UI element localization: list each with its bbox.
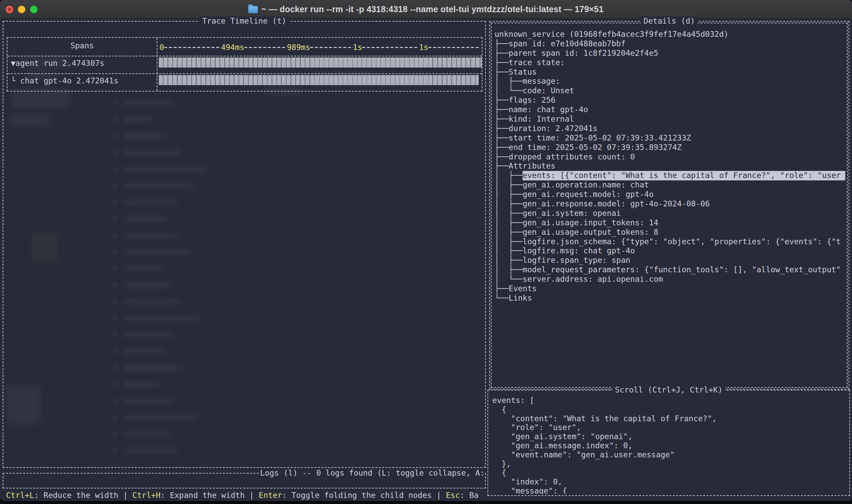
- logs-panel-title: Logs (l) -- 0 logs found (L: toggle coll…: [260, 469, 485, 477]
- details-tree-line[interactable]: ├──end time: 2025-05-02 07:39:35.893274Z: [494, 143, 845, 152]
- tree-branch-glyph: ├──: [494, 58, 509, 68]
- tree-node-text: server.address: api.openai.com: [523, 275, 663, 284]
- tree-node-text: trace state:: [509, 58, 565, 68]
- keybinding-key: Ctrl+H: [132, 491, 161, 500]
- tree-node-text: Links: [509, 293, 532, 303]
- scroll-json-line: {: [492, 468, 847, 477]
- tree-branch-glyph: │ ├──: [494, 180, 523, 190]
- scroll-json-line: "content": "What is the capital of Franc…: [492, 414, 847, 423]
- details-tree-line[interactable]: │ ├──gen_ai.operation.name: chat: [494, 180, 845, 190]
- tree-node-text: span id: e7e10d488eab7bbf: [509, 39, 626, 49]
- axis-tick-label: 1s: [353, 43, 362, 52]
- keybinding-description: : Ba: [460, 491, 478, 500]
- tree-node-text: Attributes: [509, 161, 556, 171]
- span-row-agent-run[interactable]: ▼agent run 2.474307s: [11, 59, 104, 68]
- details-tree-line[interactable]: ├──kind: Internal: [494, 114, 845, 124]
- span-bar-chat-gpt4o[interactable]: [159, 75, 479, 85]
- details-tree-line[interactable]: │ ├──gen_ai.system: openai: [494, 209, 845, 218]
- tree-node-text: code: Unset: [523, 86, 574, 95]
- folder-icon: [248, 6, 258, 13]
- keybinding-key: Enter: [259, 491, 282, 500]
- details-tree-line[interactable]: unknown_service (01968fefb4acec3f9fef17e…: [494, 30, 845, 39]
- tree-node-text: start time: 2025-05-02 07:39:33.421233Z: [509, 133, 691, 143]
- details-tree-line[interactable]: │ └──server.address: api.openai.com: [494, 275, 845, 284]
- details-tree-line[interactable]: │ ├──message:: [494, 77, 845, 86]
- tree-node-text: message:: [523, 77, 560, 86]
- scroll-json-line: "message": {: [492, 486, 847, 494]
- scroll-json-line: "gen_ai.message.index": 0,: [492, 441, 847, 450]
- details-tree-line[interactable]: │ ├──model_request_parameters: {"functio…: [494, 265, 845, 275]
- details-tree-line[interactable]: │ ├──gen_ai.response.model: gpt-4o-2024-…: [494, 199, 845, 209]
- details-tree-line[interactable]: ├──span id: e7e10d488eab7bbf: [494, 39, 845, 49]
- scroll-json-line: "event.name": "gen_ai.user.message": [492, 450, 847, 460]
- details-tree-line[interactable]: │ ├──gen_ai.usage.input_tokens: 14: [494, 218, 845, 228]
- terminal-window: ~ — docker run --rm -it -p 4318:4318 --n…: [0, 0, 852, 501]
- scroll-json-line: events: [: [492, 396, 847, 405]
- axis-tick-label: 989ms: [287, 43, 310, 52]
- tree-branch-glyph: │ └──: [494, 275, 523, 284]
- scroll-json-content[interactable]: events: [ { "content": "What is the capi…: [492, 396, 847, 494]
- details-panel-title: Details (d): [641, 17, 697, 25]
- tree-branch-glyph: │ ├──: [494, 246, 523, 256]
- tree-branch-glyph: ├──: [494, 49, 509, 58]
- details-tree-line[interactable]: ├──Attributes: [494, 161, 845, 171]
- tree-branch-glyph: │ ├──: [494, 209, 523, 218]
- details-tree-line[interactable]: ├──Status: [494, 68, 845, 77]
- spans-table-column-separator: [157, 38, 158, 91]
- span-bar-agent-run[interactable]: [159, 57, 482, 68]
- tree-node-text: gen_ai.system: openai: [523, 209, 621, 218]
- details-tree-line[interactable]: ├──Events: [494, 284, 845, 293]
- span-row-chat-gpt4o[interactable]: └ chat gpt-4o 2.472041s: [11, 76, 119, 85]
- axis-tick-label: 0: [160, 43, 164, 52]
- details-tree-line[interactable]: ├──duration: 2.472041s: [494, 124, 845, 133]
- details-tree: unknown_service (01968fefb4acec3f9fef17e…: [494, 30, 845, 385]
- tree-node-text: gen_ai.operation.name: chat: [523, 180, 649, 190]
- tree-branch-glyph: ├──: [494, 114, 509, 124]
- keybinding-key: Ctrl+L: [6, 491, 34, 500]
- axis-dash-segment: [310, 47, 353, 48]
- tree-node-text: gen_ai.request.model: gpt-4o: [523, 190, 654, 199]
- scroll-json-line: "gen_ai.system": "openai",: [492, 432, 847, 441]
- scroll-json-line: },: [492, 460, 847, 469]
- keybinding-key: Esc: [446, 491, 460, 500]
- tree-branch-glyph: ├──: [494, 133, 509, 143]
- details-tree-line-selected[interactable]: │ ├──events: [{"content": "What is the c…: [494, 171, 845, 180]
- scroll-panel[interactable]: Scroll (Ctrl+J, Ctrl+K) events: [ { "con…: [488, 390, 850, 496]
- spans-table: Spans 0494ms989ms1s1s ▼agent run 2.47430…: [7, 37, 483, 92]
- details-tree-line[interactable]: │ ├──logfire.span_type: span: [494, 256, 845, 265]
- details-tree-line[interactable]: ├──start time: 2025-05-02 07:39:33.42123…: [494, 133, 845, 143]
- keybinding-description: : Toggle folding the child nodes |: [282, 491, 446, 500]
- axis-tick-label: 494ms: [221, 43, 244, 52]
- tree-branch-glyph: ├──: [494, 68, 509, 77]
- tree-branch-glyph: ├──: [494, 161, 509, 171]
- tree-node-text: events: [{"content": "What is the capita…: [523, 171, 845, 180]
- details-panel[interactable]: Details (d) unknown_service (01968fefb4a…: [489, 21, 849, 390]
- details-tree-line[interactable]: │ ├──gen_ai.request.model: gpt-4o: [494, 190, 845, 199]
- tree-branch-glyph: │ ├──: [494, 237, 523, 247]
- scroll-json-line: "role": "user",: [492, 423, 847, 432]
- details-tree-line[interactable]: ├──trace state:: [494, 58, 845, 68]
- details-tree-line[interactable]: ├──name: chat gpt-4o: [494, 105, 845, 114]
- tree-branch-glyph: ├──: [494, 105, 509, 114]
- spans-column-header: Spans: [7, 41, 157, 50]
- tree-node-text: gen_ai.response.model: gpt-4o-2024-08-06: [523, 199, 710, 209]
- details-tree-line[interactable]: ├──dropped attributes count: 0: [494, 152, 845, 162]
- tree-node-text: flags: 256: [509, 95, 556, 105]
- tree-node-text: logfire.json_schema: {"type": "object", …: [523, 237, 841, 247]
- axis-tick-label: 1s: [419, 43, 428, 52]
- tree-node-text: Status: [509, 68, 537, 77]
- trace-timeline-panel[interactable]: Trace Timeline (t) Spans 0494ms989ms1s1s…: [3, 21, 486, 468]
- details-tree-line[interactable]: ├──flags: 256: [494, 95, 845, 105]
- details-tree-line[interactable]: │ ├──gen_ai.usage.output_tokens: 8: [494, 228, 845, 237]
- details-tree-line[interactable]: │ ├──logfire.msg: chat gpt-4o: [494, 246, 845, 256]
- tree-node-text: duration: 2.472041s: [509, 124, 598, 133]
- tree-branch-glyph: │ ├──: [494, 190, 523, 199]
- details-tree-line[interactable]: └──Links: [494, 293, 845, 303]
- tree-node-text: unknown_service (01968fefb4acec3f9fef17e…: [494, 30, 728, 39]
- axis-dash-segment: [362, 47, 419, 48]
- details-tree-line[interactable]: │ ├──logfire.json_schema: {"type": "obje…: [494, 237, 845, 247]
- details-tree-line[interactable]: │ └──code: Unset: [494, 86, 845, 95]
- keybinding-status-bar: Ctrl+L: Reduce the width | Ctrl+H: Expan…: [6, 490, 485, 500]
- tree-node-text: dropped attributes count: 0: [509, 152, 635, 162]
- details-tree-line[interactable]: ├──parent span id: 1c8f219204e2f4e5: [494, 49, 845, 58]
